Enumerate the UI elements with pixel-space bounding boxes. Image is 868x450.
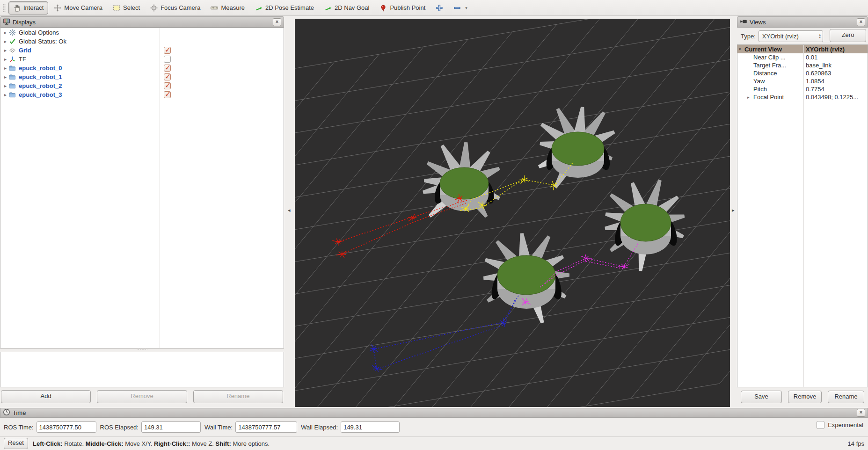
enabled-checkbox[interactable]: [164, 82, 171, 89]
remove-button[interactable]: Remove: [97, 390, 187, 403]
reset-button[interactable]: Reset: [4, 438, 28, 449]
time-field-label: Wall Time:: [204, 424, 233, 431]
tree-row-global-options[interactable]: ▸Global Options: [0, 28, 284, 37]
chevron-right-icon[interactable]: ▸: [2, 83, 8, 88]
property-row-target-fra-[interactable]: Target Fra...base_link: [737, 61, 868, 69]
property-row-distance[interactable]: Distance0.620863: [737, 69, 868, 77]
spinner-icon[interactable]: ▴▾: [819, 33, 821, 39]
tool-interact[interactable]: Interact: [8, 1, 48, 15]
views-tree: ▾ Current View XYOrbit (rviz) Near Clip …: [737, 44, 868, 387]
time-fields: ROS Time:ROS Elapsed:Wall Time:Wall Elap…: [0, 418, 868, 436]
view-type-select[interactable]: XYOrbit (rviz) ▴▾: [759, 30, 823, 42]
collapse-left-panel-icon[interactable]: ◂: [288, 207, 291, 213]
enabled-checkbox[interactable]: [164, 91, 171, 98]
time-field-input[interactable]: [341, 421, 400, 433]
close-icon[interactable]: ×: [273, 18, 281, 26]
views-panel: Views × Type: XYOrbit (rviz) ▴▾ Zero ▾ C…: [737, 16, 868, 406]
collapse-right-panel-icon[interactable]: ▸: [732, 207, 735, 213]
tool-focus-camera[interactable]: Focus Camera: [146, 1, 205, 15]
tree-row-epuck-robot-1[interactable]: ▸epuck_robot_1: [0, 73, 284, 81]
3d-viewport[interactable]: [295, 19, 730, 407]
chevron-right-icon[interactable]: ▸: [2, 48, 8, 53]
time-field-input[interactable]: [141, 421, 201, 433]
remove-view-button[interactable]: Remove: [788, 391, 822, 403]
rename-view-button[interactable]: Rename: [828, 391, 864, 403]
chevron-right-icon[interactable]: ▸: [2, 74, 8, 80]
tool-publish-point[interactable]: Publish Point: [375, 1, 430, 15]
displays-panel: Displays × ▸Global Options▸Global Status…: [0, 16, 284, 406]
view-type-row: Type: XYOrbit (rviz) ▴▾ Zero: [737, 29, 868, 43]
time-field-wall-elapsed-: Wall Elapsed:: [301, 421, 400, 433]
close-icon[interactable]: ×: [857, 409, 865, 417]
focus-icon: [150, 4, 158, 12]
chevron-right-icon[interactable]: ▸: [747, 95, 750, 100]
experimental-checkbox[interactable]: [817, 421, 824, 429]
tree-row-global-status-ok[interactable]: ▸Global Status: Ok: [0, 37, 284, 46]
time-field-input[interactable]: [235, 421, 297, 433]
tool-2d-pose-estimate[interactable]: 2D Pose Estimate: [250, 1, 319, 15]
add-button[interactable]: Add: [1, 390, 91, 403]
chevron-right-icon[interactable]: ▸: [2, 65, 8, 71]
property-row-near-clip-[interactable]: Near Clip ...0.01: [737, 53, 868, 61]
enabled-checkbox[interactable]: [164, 73, 171, 80]
monitor-icon: [3, 18, 10, 27]
tree-row-tf[interactable]: ▸TF: [0, 55, 284, 64]
tool-label: Select: [123, 4, 140, 11]
close-icon[interactable]: ×: [857, 18, 865, 26]
chevron-right-icon[interactable]: ▸: [2, 39, 8, 44]
tree-item-label: epuck_robot_0: [19, 65, 62, 72]
experimental-option: Experimental: [817, 421, 863, 429]
enabled-checkbox[interactable]: [164, 56, 171, 63]
tree-item-label: Grid: [19, 47, 31, 54]
chevron-right-icon[interactable]: ▸: [2, 30, 8, 35]
ruler-icon: [211, 4, 218, 12]
toolbar: InteractMove CameraSelectFocus CameraMea…: [0, 0, 868, 16]
property-row-focal-point[interactable]: ▸Focal Point0.043498; 0.1225...: [737, 93, 868, 101]
tool-label: Interact: [23, 4, 44, 11]
property-value[interactable]: 0.01: [806, 54, 817, 61]
zero-button[interactable]: Zero: [830, 29, 866, 42]
chevron-down-icon[interactable]: ▾: [739, 47, 744, 51]
tree-row-epuck-robot-0[interactable]: ▸epuck_robot_0: [0, 64, 284, 73]
splitter-handle[interactable]: [137, 348, 147, 350]
enabled-checkbox[interactable]: [164, 47, 171, 54]
property-value[interactable]: 0.043498; 0.1225...: [806, 94, 858, 101]
tool-minus-icon[interactable]: ▾: [449, 1, 472, 15]
rename-button[interactable]: Rename: [193, 390, 283, 403]
minus-icon: [453, 4, 461, 12]
tool-2d-nav-goal[interactable]: 2D Nav Goal: [320, 1, 374, 15]
robot-top: [552, 132, 604, 166]
clock-icon: [3, 408, 10, 417]
enabled-checkbox[interactable]: [164, 65, 171, 72]
status-bar: Reset Left-Click: Rotate. Middle-Click: …: [0, 436, 868, 450]
tool-measure[interactable]: Measure: [206, 1, 249, 15]
hand-icon: [13, 4, 21, 12]
tool-plus-icon[interactable]: [431, 1, 448, 15]
tree-row-grid[interactable]: ▸Grid: [0, 46, 284, 55]
property-value[interactable]: 0.620863: [806, 70, 831, 77]
time-field-input[interactable]: [36, 421, 96, 433]
current-view-header-row[interactable]: ▾ Current View XYOrbit (rviz): [737, 45, 868, 53]
tree-item-label: epuck_robot_3: [19, 91, 62, 98]
tree-row-epuck-robot-3[interactable]: ▸epuck_robot_3: [0, 90, 284, 99]
chevron-right-icon[interactable]: ▸: [2, 92, 8, 97]
check-icon: [8, 38, 16, 45]
property-value[interactable]: 0.7754: [806, 86, 824, 93]
chevron-down-icon[interactable]: ▾: [465, 6, 467, 10]
displays-buttons: AddRemoveRename: [1, 390, 283, 403]
tool-move-camera[interactable]: Move Camera: [49, 1, 107, 15]
save-view-button[interactable]: Save: [741, 391, 782, 403]
chevron-right-icon[interactable]: ▸: [2, 57, 8, 62]
property-row-pitch[interactable]: Pitch0.7754: [737, 85, 868, 93]
robot-top: [620, 204, 671, 241]
folder-icon: [8, 82, 16, 90]
time-panel-title: Time: [13, 409, 26, 416]
time-field-label: ROS Time:: [4, 424, 34, 431]
toolbar-grip-handle[interactable]: [3, 3, 6, 13]
tool-select[interactable]: Select: [108, 1, 145, 15]
tf-icon: [8, 56, 16, 63]
property-row-yaw[interactable]: Yaw1.0854: [737, 77, 868, 85]
property-value[interactable]: 1.0854: [806, 78, 824, 85]
tree-row-epuck-robot-2[interactable]: ▸epuck_robot_2: [0, 81, 284, 90]
property-value[interactable]: base_link: [806, 62, 832, 69]
